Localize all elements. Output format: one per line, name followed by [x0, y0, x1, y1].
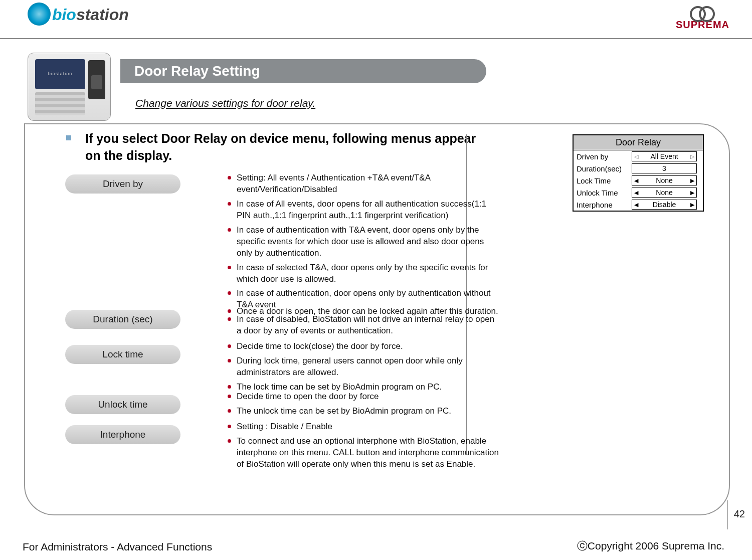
lcd-label: Duration(sec) [574, 162, 629, 174]
bullet: Setting : Disable / Enable [226, 421, 501, 433]
bullets-interphone: Setting : Disable / Enable To connect an… [226, 421, 501, 473]
lcd-spinner-interphone[interactable]: ◀ Disable ▶ [632, 200, 697, 210]
bullet: In case of selected T&A, door opens only… [226, 262, 501, 285]
lcd-value: None [640, 189, 688, 197]
lcd-row: Lock Time ◀ None ▶ [574, 174, 703, 186]
infinity-icon [690, 6, 715, 19]
footer-right: ⓒCopyright 2006 Suprema Inc. [577, 539, 724, 553]
bullet: Decide time to open the door by force [226, 391, 501, 403]
swirl-icon [28, 3, 51, 26]
content-frame: If you select Door Relay on device menu,… [24, 123, 730, 515]
lcd-spinner-lock-time[interactable]: ◀ None ▶ [632, 175, 697, 185]
arrow-right-icon[interactable]: ▶ [688, 202, 696, 208]
lcd-panel: Door Relay Driven by ◁ All Event ▷ Durat… [573, 134, 704, 212]
lcd-label: Unlock Time [574, 186, 629, 199]
section-unlock-time: Unlock time Decide time to open the door… [65, 395, 180, 414]
section-driven-by: Driven by Setting: All events / Authenti… [65, 174, 180, 194]
lead-text: If you select Door Relay on device menu,… [85, 130, 481, 164]
device-thumbnail: biostation [28, 53, 111, 121]
logo-biostation-text: biostation [52, 6, 129, 24]
bullet: To connect and use an optional interphon… [226, 436, 501, 470]
lcd-row: Duration(sec) ◀ 3 ▶ [574, 162, 703, 174]
header: biostation SUPREMA [0, 0, 752, 39]
bullets-lock-time: Decide time to lock(close) the door by f… [226, 341, 501, 396]
logo-biostation: biostation [28, 3, 129, 26]
pill-lock-time: Lock time [65, 345, 180, 364]
page-number: 42 [734, 508, 745, 520]
section-duration: Duration (sec) Once a door is open, the … [65, 310, 180, 329]
arrow-right-icon[interactable]: ▶ [688, 190, 696, 196]
bullet: In case of authentication with T&A event… [226, 225, 501, 259]
arrow-left-icon[interactable]: ◀ [632, 178, 640, 183]
arrow-right-icon[interactable]: ▶ [688, 178, 696, 183]
section-lock-time: Lock time Decide time to lock(close) the… [65, 345, 180, 364]
page-title: Door Relay Setting [120, 59, 486, 83]
lcd-label: Driven by [574, 150, 629, 162]
lcd-value: Disable [640, 201, 688, 209]
arrow-left-icon[interactable]: ◀ [632, 190, 640, 196]
logo-suprema: SUPREMA [676, 6, 729, 31]
section-interphone: Interphone Setting : Disable / Enable To… [65, 425, 180, 444]
lcd-label: Interphone [574, 199, 629, 211]
device-screen-icon: biostation [35, 59, 85, 89]
lcd-row: Interphone ◀ Disable ▶ [574, 199, 703, 211]
page-number-divider [727, 500, 728, 529]
page-subtitle: Change various settings for door relay. [135, 97, 315, 109]
bullet: In case of All events, door opens for al… [226, 199, 501, 222]
bullet: The unlock time can be set by BioAdmin p… [226, 406, 501, 417]
lcd-spinner-duration[interactable]: ◀ 3 ▶ [632, 163, 697, 173]
pill-driven-by: Driven by [65, 174, 180, 194]
lcd-label: Lock Time [574, 174, 629, 186]
bullet: Once a door is open, the door can be loc… [226, 306, 501, 317]
arrow-right-icon[interactable]: ▷ [688, 154, 696, 159]
arrow-left-icon[interactable]: ◀ [632, 202, 640, 208]
lcd-table: Driven by ◁ All Event ▷ Duration(sec) ◀ … [574, 150, 703, 211]
arrow-left-icon[interactable]: ◁ [632, 154, 640, 159]
lead-bullet-icon [66, 135, 71, 140]
bullet: During lock time, general users cannot o… [226, 355, 501, 379]
lcd-row: Driven by ◁ All Event ▷ [574, 150, 703, 162]
lcd-title: Door Relay [574, 135, 703, 150]
bullets-unlock-time: Decide time to open the door by force Th… [226, 391, 501, 420]
pill-duration: Duration (sec) [65, 310, 180, 329]
lcd-value: 3 [640, 164, 688, 172]
lcd-spinner-driven-by[interactable]: ◁ All Event ▷ [632, 151, 697, 161]
lcd-spinner-unlock-time[interactable]: ◀ None ▶ [632, 188, 697, 198]
footer-left: For Administrators - Advanced Functions [23, 541, 212, 553]
lcd-value: All Event [640, 152, 688, 160]
bullet: Setting: All events / Authentication +T&… [226, 172, 501, 196]
bullet: Decide time to lock(close) the door by f… [226, 341, 501, 352]
pill-interphone: Interphone [65, 425, 180, 444]
bullets-duration: Once a door is open, the door can be loc… [226, 306, 501, 320]
lcd-value: None [640, 176, 688, 184]
device-sensor-icon [88, 60, 105, 99]
pill-unlock-time: Unlock time [65, 395, 180, 414]
lcd-row: Unlock Time ◀ None ▶ [574, 186, 703, 199]
device-keypad-icon [35, 92, 85, 115]
footer: For Administrators - Advanced Functions … [0, 535, 752, 560]
